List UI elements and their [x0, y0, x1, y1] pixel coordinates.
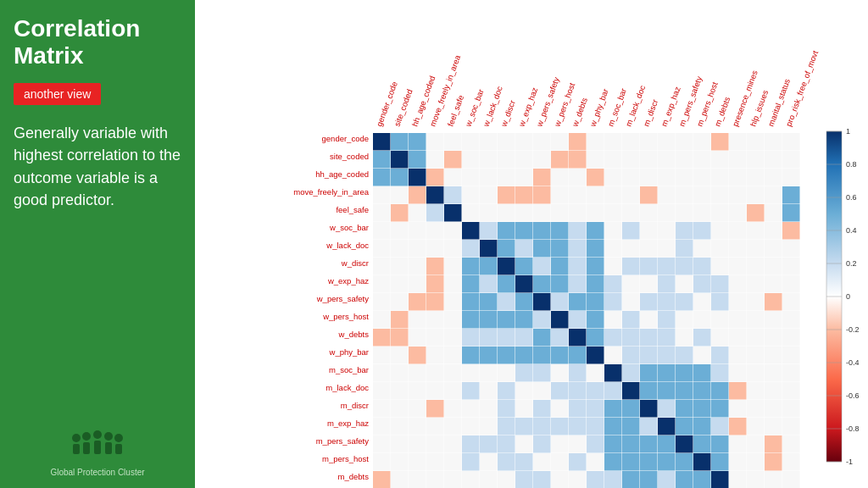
matrix-cell	[729, 435, 747, 453]
svg-point-6	[104, 432, 113, 441]
matrix-cell	[782, 258, 800, 275]
svg-text:-1: -1	[846, 458, 853, 466]
matrix-cell	[409, 151, 426, 169]
matrix-cell	[729, 471, 747, 488]
matrix-cell	[587, 204, 604, 222]
matrix-cell	[533, 400, 551, 418]
matrix-cell	[480, 382, 498, 400]
matrix-cell	[782, 169, 800, 186]
matrix-cell	[676, 186, 693, 204]
svg-text:m_debts: m_debts	[713, 95, 732, 127]
matrix-cell	[729, 311, 747, 329]
matrix-cell	[498, 293, 515, 311]
matrix-cell	[569, 186, 587, 204]
correlation-matrix-svg: gender_code site_coded hh_age_coded move…	[195, 0, 868, 488]
matrix-cell	[658, 275, 676, 293]
matrix-cell	[587, 258, 604, 275]
matrix-cell	[782, 435, 800, 453]
matrix-cell	[515, 204, 533, 222]
matrix-cell	[426, 435, 444, 453]
svg-text:hh_age_coded: hh_age_coded	[315, 169, 369, 179]
another-view-button[interactable]: another view	[14, 83, 101, 105]
matrix-cell	[515, 133, 533, 151]
matrix-cell	[587, 418, 604, 435]
matrix-cell	[569, 453, 587, 471]
matrix-cell	[604, 186, 622, 204]
matrix-cell	[693, 382, 711, 400]
matrix-cell	[658, 293, 676, 311]
matrix-cell	[391, 169, 409, 186]
matrix-cell	[498, 364, 515, 382]
matrix-cell	[462, 347, 480, 364]
matrix-cell	[747, 240, 765, 258]
matrix-cell	[658, 204, 676, 222]
matrix-cell	[676, 204, 693, 222]
matrix-cell	[587, 347, 604, 364]
matrix-cell	[729, 258, 747, 275]
matrix-cell	[711, 418, 729, 435]
matrix-cell	[569, 204, 587, 222]
matrix-cell	[462, 133, 480, 151]
matrix-cell	[569, 418, 587, 435]
matrix-cell	[515, 240, 533, 258]
svg-text:0.2: 0.2	[846, 259, 857, 268]
matrix-cell	[676, 275, 693, 293]
matrix-cell	[587, 453, 604, 471]
matrix-cell	[426, 222, 444, 240]
matrix-cell	[658, 133, 676, 151]
matrix-cell	[426, 400, 444, 418]
matrix-cell	[693, 400, 711, 418]
matrix-cell	[533, 453, 551, 471]
matrix-cell	[551, 418, 569, 435]
matrix-cell	[426, 471, 444, 488]
matrix-cell	[622, 435, 640, 453]
matrix-cell	[693, 311, 711, 329]
matrix-cell	[409, 364, 426, 382]
matrix-cell	[444, 329, 462, 347]
matrix-cell	[444, 240, 462, 258]
matrix-cell	[498, 186, 515, 204]
matrix-cell	[622, 204, 640, 222]
matrix-cell	[711, 169, 729, 186]
matrix-cell	[551, 311, 569, 329]
matrix-cell	[604, 364, 622, 382]
matrix-cell	[640, 364, 658, 382]
matrix-cell	[373, 151, 391, 169]
matrix-cell	[409, 471, 426, 488]
matrix-cell	[391, 204, 409, 222]
sidebar: Correlation Matrix another view Generall…	[0, 0, 195, 488]
svg-text:-0.4: -0.4	[846, 358, 860, 367]
matrix-cell	[658, 382, 676, 400]
matrix-cell	[569, 240, 587, 258]
matrix-cell	[391, 133, 409, 151]
matrix-cell	[676, 418, 693, 435]
matrix-cell	[747, 364, 765, 382]
matrix-cell	[409, 293, 426, 311]
matrix-cell	[551, 364, 569, 382]
matrix-cell	[711, 347, 729, 364]
matrix-cell	[729, 169, 747, 186]
matrix-cell	[409, 204, 426, 222]
svg-point-8	[114, 434, 123, 442]
matrix-cell	[533, 169, 551, 186]
svg-text:feel_safe: feel_safe	[446, 94, 466, 128]
matrix-cell	[765, 186, 782, 204]
matrix-cell	[622, 275, 640, 293]
matrix-cell	[676, 347, 693, 364]
matrix-cell	[498, 400, 515, 418]
matrix-cell	[515, 329, 533, 347]
svg-text:gender_code: gender_code	[322, 134, 369, 143]
matrix-cell	[747, 258, 765, 275]
matrix-cell	[480, 435, 498, 453]
svg-text:m_discr: m_discr	[642, 98, 660, 128]
matrix-cell	[409, 169, 426, 186]
matrix-cell	[782, 275, 800, 293]
svg-text:w_discr: w_discr	[498, 99, 517, 129]
matrix-cell	[765, 329, 782, 347]
matrix-cell	[729, 400, 747, 418]
matrix-cell	[729, 364, 747, 382]
matrix-cell	[391, 329, 409, 347]
matrix-cell	[569, 311, 587, 329]
matrix-cell	[693, 293, 711, 311]
matrix-cell	[426, 418, 444, 435]
